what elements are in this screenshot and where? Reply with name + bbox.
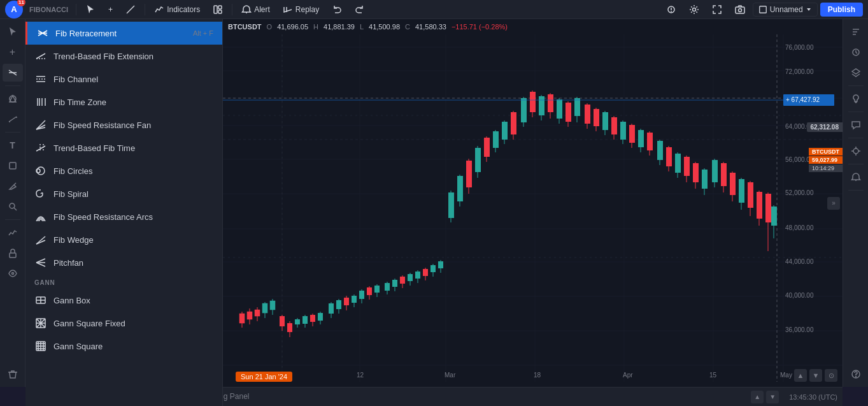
svg-line-49 [36, 263, 45, 266]
svg-line-0 [127, 6, 134, 13]
alert-button[interactable]: Alert [236, 3, 275, 17]
svg-rect-116 [344, 298, 349, 305]
right-crosshair[interactable] [846, 142, 866, 160]
undo-button[interactable] [327, 3, 347, 17]
menu-item-fib-spiral[interactable]: Fib Spiral [25, 182, 222, 205]
sidebar-search[interactable] [3, 198, 23, 215]
right-sep-5 [848, 190, 864, 191]
svg-text:52,000.00: 52,000.00 [785, 189, 814, 196]
right-bell[interactable] [846, 168, 866, 186]
right-light-bulb[interactable] [846, 90, 866, 108]
svg-rect-162 [539, 96, 544, 115]
target-button[interactable]: ⊙ [825, 369, 837, 382]
scroll-up-button[interactable]: ▲ [751, 391, 764, 403]
watchlist-button[interactable] [661, 3, 681, 17]
fib-speed-fan-icon [34, 119, 47, 131]
settings-button[interactable] [684, 3, 704, 17]
right-watchlist[interactable] [846, 23, 866, 41]
unnamed-dropdown[interactable]: Unnamed [753, 3, 818, 17]
scroll-right-button[interactable]: ▼ [809, 369, 822, 382]
svg-rect-192 [675, 154, 681, 173]
sidebar-measure[interactable] [3, 110, 23, 128]
menu-item-gann-square[interactable]: Gann Square [25, 335, 222, 358]
svg-rect-190 [666, 147, 672, 166]
replay-button[interactable]: Replay [278, 3, 324, 17]
svg-text:12: 12 [357, 372, 364, 379]
sidebar-shapes[interactable] [3, 157, 23, 175]
svg-rect-204 [730, 173, 736, 195]
line-tool[interactable] [120, 3, 141, 17]
svg-rect-126 [385, 283, 390, 291]
sidebar-lock[interactable] [3, 244, 23, 262]
sidebar-trash[interactable] [3, 365, 23, 383]
right-sep-4 [848, 164, 864, 164]
app-logo[interactable]: A 11 [5, 1, 23, 18]
scroll-left-button[interactable]: ▲ [794, 369, 807, 382]
fullscreen-button[interactable] [707, 3, 727, 17]
sidebar-eye[interactable] [3, 265, 23, 282]
price-badge-62312: 62,312.08 [807, 122, 843, 132]
svg-rect-102 [287, 323, 292, 332]
right-clock[interactable] [846, 43, 866, 61]
svg-point-243 [855, 377, 856, 377]
svg-rect-146 [466, 161, 472, 187]
gann-square-icon [34, 340, 47, 352]
chart-time: 13:45:30 (UTC) [789, 393, 837, 401]
fib-circles-icon [34, 164, 47, 177]
right-sep-1 [848, 85, 864, 86]
svg-line-47 [36, 259, 45, 263]
app-title: FIBONACCI [25, 6, 72, 13]
svg-line-19 [14, 183, 16, 185]
svg-rect-140 [438, 261, 443, 268]
publish-button[interactable]: Publish [820, 3, 863, 17]
svg-text:76,000.00: 76,000.00 [785, 44, 814, 51]
svg-text:72,000.00: 72,000.00 [785, 68, 814, 75]
expand-button[interactable]: » [827, 197, 840, 210]
sidebar-fibonacci[interactable] [3, 64, 23, 82]
svg-rect-182 [629, 125, 635, 143]
menu-item-fib-channel[interactable]: Fib Channel [25, 68, 222, 91]
candlestick-chart: + 67,427.92 Feb 12 Mar 18 Apr 15 May 76,… [223, 34, 843, 382]
sidebar-cursor[interactable] [3, 23, 23, 41]
menu-item-gann-box[interactable]: Gann Box [25, 289, 222, 312]
toolbar-separator-2 [145, 4, 145, 15]
menu-item-fib-wedge[interactable]: Fib Wedge [25, 228, 222, 251]
menu-item-fib-time-zone[interactable]: Fib Time Zone [25, 91, 222, 113]
redo-button[interactable] [350, 3, 370, 17]
svg-rect-114 [336, 300, 341, 309]
svg-rect-110 [318, 313, 323, 321]
sidebar-patterns[interactable] [3, 90, 23, 108]
menu-item-fib-circles[interactable]: Fib Circles [25, 159, 222, 182]
right-question[interactable] [846, 365, 866, 383]
menu-item-fib-speed-fan[interactable]: Fib Speed Resistance Fan [25, 113, 222, 136]
fib-speed-arcs-icon [34, 210, 47, 223]
svg-rect-210 [757, 192, 762, 219]
svg-rect-166 [557, 99, 562, 119]
menu-item-gann-square-fixed[interactable]: Gann Square Fixed [25, 312, 222, 335]
scroll-down-button[interactable]: ▼ [766, 391, 779, 403]
menu-item-trend-fib-time[interactable]: Trend-Based Fib Time [25, 136, 222, 159]
crosshair-tool[interactable]: + [103, 3, 118, 16]
menu-item-pitchfan[interactable]: Pitchfan [25, 251, 222, 274]
sidebar-brush[interactable] [3, 177, 23, 195]
right-chat[interactable] [846, 116, 866, 134]
indicators-button[interactable]: Indicators [149, 3, 205, 17]
svg-rect-106 [302, 316, 308, 324]
left-sidebar: + T [0, 19, 25, 387]
layouts-button[interactable] [208, 3, 228, 17]
menu-item-trend-fib-ext[interactable]: Trend-Based Fib Extension [25, 45, 222, 68]
sidebar-indicators[interactable] [3, 224, 23, 242]
camera-button[interactable] [730, 3, 750, 17]
right-toolbar [843, 19, 868, 387]
svg-rect-2 [218, 6, 222, 9]
svg-rect-198 [702, 170, 708, 189]
menu-item-fib-retracement[interactable]: Fib Retracement Alt + F [25, 22, 222, 45]
sidebar-text[interactable]: T [3, 136, 23, 154]
right-layers[interactable] [846, 64, 866, 82]
cursor-tool[interactable] [80, 3, 101, 17]
svg-text:15: 15 [709, 372, 717, 379]
pitchfan-icon [34, 256, 47, 269]
sidebar-crosshair[interactable]: + [3, 43, 23, 61]
menu-item-fib-speed-arcs[interactable]: Fib Speed Resistance Arcs [25, 205, 222, 228]
toolbar-separator-1 [76, 4, 76, 15]
